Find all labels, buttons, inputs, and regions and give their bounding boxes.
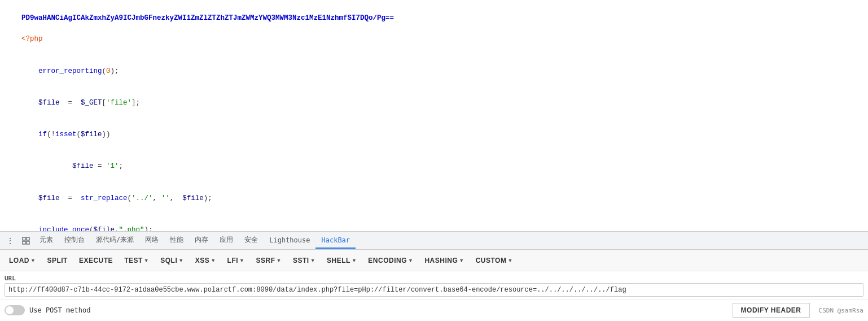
tab-sources[interactable]: 源代码/来源 — [90, 232, 139, 249]
encoding-button[interactable]: ENCODING ▼ — [363, 255, 418, 266]
right-area: MODIFY HEADER CSDN @samRsa — [733, 303, 863, 318]
ssrf-dropdown-arrow: ▼ — [277, 258, 282, 263]
split-button[interactable]: SPLIT — [42, 255, 72, 266]
execute-button[interactable]: EXECUTE — [74, 255, 117, 266]
code-line-4: $file = '1'; — [5, 151, 863, 183]
xss-button[interactable]: XSS ▼ — [191, 255, 221, 266]
test-dropdown-arrow: ▼ — [144, 258, 149, 263]
hackbar-toolbar: LOAD ▼ SPLIT EXECUTE TEST ▼ SQLI ▼ XSS ▼… — [0, 250, 868, 271]
ssti-button[interactable]: SSTI ▼ — [288, 255, 320, 266]
svg-rect-3 — [27, 241, 29, 244]
lfi-button[interactable]: LFI ▼ — [223, 255, 249, 266]
shell-button[interactable]: SHELL ▼ — [322, 255, 361, 266]
post-method-label: Use POST method — [29, 306, 90, 314]
encoding-dropdown-arrow: ▼ — [408, 258, 413, 263]
code-line-2: $file = $_GET['file']; — [5, 87, 863, 119]
devtools-icon-1[interactable]: ⋮ — [2, 233, 18, 249]
shell-dropdown-arrow: ▼ — [352, 258, 357, 263]
ssrf-button[interactable]: SSRF ▼ — [252, 255, 286, 266]
code-line-1: error_reporting(0); — [5, 55, 863, 87]
svg-rect-0 — [23, 237, 25, 240]
post-method-toggle-container: Use POST method — [5, 305, 90, 315]
svg-rect-1 — [27, 237, 29, 240]
tab-network[interactable]: 网络 — [139, 232, 164, 249]
load-button[interactable]: LOAD ▼ — [5, 255, 40, 266]
tab-lighthouse[interactable]: Lighthouse — [264, 233, 315, 249]
code-line-5: $file = str_replace('../', '', $file); — [5, 183, 863, 214]
post-method-toggle[interactable] — [5, 305, 25, 315]
devtools-tabs: ⋮ 元素 控制台 源代码/来源 网络 性能 内存 应用 安全 Lighthous… — [0, 232, 868, 250]
hashing-dropdown-arrow: ▼ — [459, 258, 464, 263]
tab-application[interactable]: 应用 — [214, 232, 239, 249]
xss-dropdown-arrow: ▼ — [211, 258, 216, 263]
url-input[interactable] — [5, 283, 863, 297]
tab-console[interactable]: 控制台 — [59, 232, 90, 249]
hashing-button[interactable]: HASHING ▼ — [420, 255, 468, 266]
tab-memory[interactable]: 内存 — [189, 232, 214, 249]
lfi-dropdown-arrow: ▼ — [239, 258, 244, 263]
code-line-3: if(!isset($file)) — [5, 119, 863, 150]
code-url-line: PD9waHANCiAgICAkZmxhZyA9ICJmbGFnezkyZWI1… — [5, 2, 863, 55]
tab-elements[interactable]: 元素 — [34, 232, 59, 249]
code-area: PD9waHANCiAgICAkZmxhZyA9ICJmbGFnezkyZWI1… — [0, 0, 868, 232]
test-button[interactable]: TEST ▼ — [120, 255, 154, 266]
sqli-dropdown-arrow: ▼ — [178, 258, 183, 263]
code-line-6: include_once($file.".php"); — [5, 214, 863, 232]
devtools-icon-2[interactable] — [18, 233, 34, 249]
csdn-credit: CSDN @samRsa — [819, 307, 863, 314]
url-label: URL — [5, 275, 863, 282]
tab-security[interactable]: 安全 — [239, 232, 264, 249]
ssti-dropdown-arrow: ▼ — [310, 258, 315, 263]
load-dropdown-arrow: ▼ — [30, 258, 36, 263]
tab-hackbar[interactable]: HackBar — [315, 233, 356, 249]
custom-dropdown-arrow: ▼ — [507, 258, 512, 263]
url-section: URL — [0, 271, 868, 299]
bottom-bar: Use POST method MODIFY HEADER CSDN @samR… — [0, 299, 868, 321]
modify-header-button[interactable]: MODIFY HEADER — [733, 303, 810, 318]
tab-performance[interactable]: 性能 — [164, 232, 189, 249]
custom-button[interactable]: CUSTOM ▼ — [471, 255, 518, 266]
svg-rect-2 — [23, 241, 25, 244]
sqli-button[interactable]: SQLI ▼ — [156, 255, 188, 266]
